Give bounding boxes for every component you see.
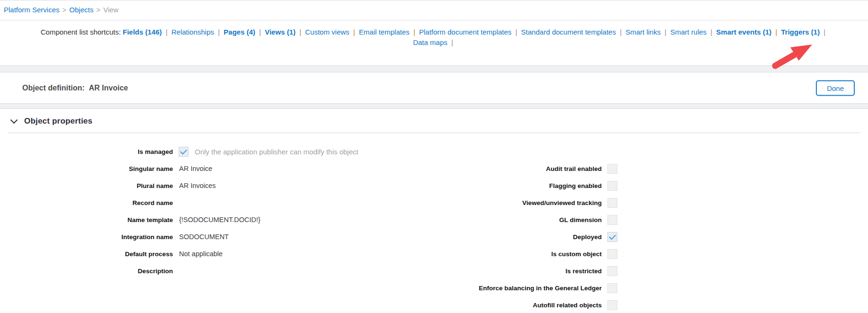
shortcut-separator: | [512,28,521,36]
object-properties-form: Is managedOnly the application publisher… [0,133,868,313]
page-title-label: Object definition: [22,84,85,92]
shortcut-link-smart-rules[interactable]: Smart rules [670,28,707,36]
field-row: Is custom object [0,245,617,262]
component-list-shortcuts: Component list shortcuts:Fields (146) | … [0,20,868,65]
shortcut-link-fields-146-[interactable]: Fields (146) [123,28,162,36]
is-restricted-checkbox[interactable] [607,266,617,276]
shortcut-link-smart-links[interactable]: Smart links [625,28,660,36]
field-row: Viewed/unviewed tracking [0,194,617,211]
viewed-unviewed-tracking-checkbox[interactable] [607,198,617,208]
audit-trail-enabled-checkbox[interactable] [607,164,617,174]
shortcut-link-standard-document-templates[interactable]: Standard document templates [521,28,616,36]
shortcuts-line2: Data maps | [0,37,868,48]
divider-band-bottom [0,103,868,109]
field-row: Is managedOnly the application publisher… [0,143,426,160]
field-label: Is restricted [0,268,602,275]
field-label: Viewed/unviewed tracking [0,199,602,206]
field-label: Autofill related objects [0,302,602,309]
shortcut-separator: | [255,28,265,36]
shortcut-separator: | [820,28,827,36]
breadcrumb-separator: > [60,6,70,14]
shortcut-separator: | [349,28,359,36]
breadcrumb: Platform Services>Objects>View [0,0,868,20]
shortcut-separator: | [447,38,455,46]
field-label: Is managed [0,148,173,155]
field-label: Is custom object [0,250,602,258]
is-managed-checkbox[interactable] [179,147,189,157]
is-custom-object-checkbox[interactable] [607,249,617,259]
done-button[interactable]: Done [816,80,855,96]
shortcut-link-pages-4-[interactable]: Pages (4) [224,28,255,36]
field-row: Deployed [0,228,617,245]
shortcut-link-custom-views[interactable]: Custom views [305,28,349,36]
shortcut-separator: | [296,28,305,36]
enforce-balancing-in-the-general-ledger-checkbox[interactable] [607,283,617,293]
breadcrumb-current: View [103,6,118,14]
shortcut-separator: | [660,28,670,36]
field-row: Enforce balancing in the General Ledger [0,279,617,296]
field-row: Flagging enabled [0,177,617,194]
breadcrumb-link-platform-services[interactable]: Platform Services [4,6,60,14]
shortcut-separator: | [409,28,419,36]
flagging-enabled-checkbox[interactable] [607,181,617,191]
field-label: Enforce balancing in the General Ledger [0,285,602,292]
field-label: Audit trail enabled [0,165,602,172]
breadcrumb-separator: > [93,6,103,14]
field-label: Deployed [0,233,602,241]
divider-band-top [0,65,868,72]
right-field-column: Audit trail enabledFlagging enabledViewe… [0,160,617,313]
shortcut-link-triggers-1-[interactable]: Triggers (1) [781,28,820,36]
shortcut-separator: | [706,28,716,36]
shortcut-link-platform-document-templates[interactable]: Platform document templates [419,28,512,36]
shortcut-separator: | [616,28,625,36]
object-properties-section-header[interactable]: Object properties [8,109,860,133]
page-title-value: AR Invoice [89,84,128,92]
field-label: Flagging enabled [0,182,602,189]
shortcuts-line1: Component list shortcuts:Fields (146) | … [0,27,868,37]
chevron-down-icon[interactable] [10,116,18,124]
shortcut-separator: | [214,28,224,36]
shortcut-link-smart-events-1-[interactable]: Smart events (1) [716,28,772,36]
field-label: GL dimension [0,216,602,224]
deployed-checkbox[interactable] [607,232,617,242]
shortcuts-line1-items: Fields (146) | Relationships | Pages (4)… [123,28,827,36]
field-row: GL dimension [0,211,617,228]
shortcut-link-relationships[interactable]: Relationships [172,28,214,36]
gl-dimension-checkbox[interactable] [607,215,617,225]
page-title: Object definition:AR Invoice [22,84,128,92]
breadcrumb-link-objects[interactable]: Objects [69,6,93,14]
shortcut-separator: | [162,28,172,36]
field-row: Audit trail enabled [0,160,617,177]
shortcut-link-views-1-[interactable]: Views (1) [265,28,296,36]
field-note: Only the application publisher can modif… [195,148,358,156]
autofill-related-objects-checkbox[interactable] [607,300,617,310]
field-row: Is restricted [0,262,617,279]
shortcut-link-email-templates[interactable]: Email templates [359,28,410,36]
shortcuts-label: Component list shortcuts: [41,28,121,36]
shortcut-separator: | [771,28,781,36]
field-row: Autofill related objects [0,296,617,313]
shortcut-link-data-maps[interactable]: Data maps [413,38,448,46]
section-title: Object properties [24,116,92,126]
object-definition-header: Object definition:AR Invoice Done [0,72,868,103]
